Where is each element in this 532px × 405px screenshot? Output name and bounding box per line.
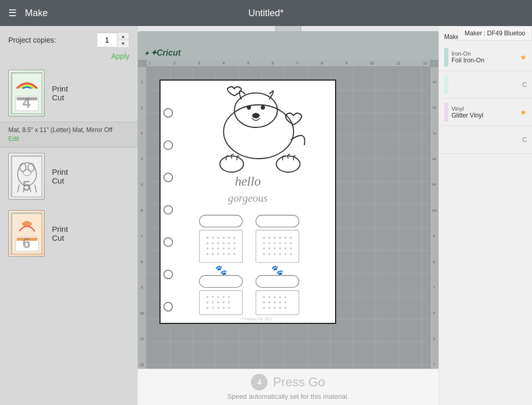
sidebar-item-5[interactable]: 5 Print Cut: [0, 148, 138, 205]
copies-decrement-button[interactable]: ▼: [117, 40, 129, 47]
sidebar-item-6[interactable]: 6 Print Cut: [0, 205, 138, 262]
svg-point-37: [217, 237, 219, 239]
svg-point-73: [273, 247, 275, 250]
mat-number-5: 5: [22, 178, 31, 194]
go-step-circle: 4: [251, 374, 268, 390]
mat-body: 123456789101112 1 2 3 4 5 6 7 8 9 10 11 …: [138, 60, 438, 385]
speed-label: Speed automatically set for this materia…: [227, 393, 349, 400]
svg-point-40: [233, 237, 235, 239]
cricut-mat: ✦Cricut 123456789101112 1 2 3 4 5 6: [138, 31, 438, 385]
mat-thumbnail-4: 4: [8, 70, 45, 116]
svg-point-20: [164, 270, 172, 279]
svg-text:🐾: 🐾: [215, 264, 227, 276]
copies-input[interactable]: [97, 33, 117, 47]
project-copies-label: Project copies:: [8, 36, 56, 44]
svg-point-61: [273, 237, 275, 239]
svg-point-82: [289, 253, 291, 255]
svg-point-17: [164, 173, 172, 182]
svg-point-69: [284, 242, 286, 244]
svg-rect-87: [199, 291, 242, 315]
svg-point-108: [284, 296, 286, 298]
svg-point-111: [273, 302, 275, 304]
copies-increment-button[interactable]: ▲: [117, 33, 129, 40]
copies-input-group: ▲ ▼: [97, 32, 129, 48]
ruler-left: 1 2 3 4 5 6 7 8 9 10 11 12: [138, 67, 147, 377]
svg-point-46: [233, 242, 235, 244]
svg-point-68: [279, 242, 281, 244]
material-type-vinyl: Glitter Vinyl: [451, 112, 517, 119]
svg-point-57: [228, 253, 230, 255]
svg-rect-85: [199, 276, 242, 288]
cricut-mat-header: ✦Cricut: [138, 31, 438, 60]
mat-edit-link[interactable]: Edit: [8, 135, 19, 142]
c-icon-4: C: [522, 136, 527, 143]
svg-point-25: [260, 106, 264, 110]
material-name-vinyl: Vinyl: [451, 106, 517, 112]
material-item-glitter-vinyl[interactable]: Vinyl Glitter Vinyl ★: [439, 99, 532, 126]
material-item-foil-iron-on[interactable]: Iron-On Foil Iron-On ★: [439, 44, 532, 71]
svg-point-26: [252, 113, 259, 118]
svg-point-47: [206, 247, 208, 250]
svg-point-101: [217, 307, 219, 309]
mat-inner-5: 5: [11, 155, 42, 197]
svg-point-41: [206, 242, 208, 244]
svg-point-16: [164, 141, 172, 150]
svg-rect-86: [256, 276, 299, 288]
svg-point-43: [217, 242, 219, 244]
svg-point-72: [268, 247, 270, 250]
svg-point-19: [164, 238, 172, 246]
svg-point-117: [279, 307, 281, 309]
svg-point-94: [206, 302, 208, 304]
svg-point-91: [217, 296, 219, 298]
svg-rect-34: [256, 230, 299, 263]
svg-point-56: [222, 253, 224, 255]
svg-point-93: [228, 296, 230, 298]
svg-point-100: [211, 307, 214, 309]
app-label: Make: [25, 8, 48, 19]
svg-point-75: [284, 247, 286, 250]
svg-point-74: [279, 247, 281, 250]
cricut-logo: ✦Cricut: [144, 48, 181, 58]
app-header: ☰ Make Untitled*: [0, 0, 532, 26]
svg-point-39: [228, 237, 230, 239]
svg-point-102: [222, 307, 224, 309]
svg-point-35: [206, 237, 208, 239]
material-info-glitter: Vinyl Glitter Vinyl: [451, 106, 517, 119]
svg-point-96: [217, 302, 219, 304]
material-item-4[interactable]: C: [439, 126, 532, 154]
item-6-label1: Print: [52, 225, 68, 233]
apply-btn-row: Apply: [0, 50, 138, 64]
material-item-2[interactable]: C: [439, 71, 532, 99]
sidebar-item-4[interactable]: 4 Print Cut: [0, 64, 138, 122]
svg-text:hello: hello: [235, 174, 261, 188]
material-name-foil: Iron-On: [451, 50, 517, 57]
press-go-section: 4 Press Go: [251, 374, 325, 390]
svg-point-71: [262, 247, 264, 250]
material-color-foil-iron-on: [444, 48, 448, 67]
svg-point-63: [284, 237, 286, 239]
svg-point-81: [284, 253, 286, 255]
mat-info-section: Mat, 8.5" x 11" (Letter) Mat, Mirror Off…: [0, 122, 138, 148]
apply-button[interactable]: Apply: [111, 52, 129, 60]
material-color-2: [444, 75, 448, 94]
svg-point-76: [289, 247, 291, 250]
svg-point-112: [279, 302, 281, 304]
bottom-bar: 4 Press Go Speed automatically set for t…: [138, 369, 438, 405]
svg-point-103: [228, 307, 230, 309]
svg-rect-31: [199, 215, 242, 227]
svg-text:🐾: 🐾: [271, 264, 284, 276]
mat-number-6: 6: [22, 235, 31, 252]
svg-point-18: [164, 205, 172, 214]
right-panel: Maker : DF49 Bluetoo Iron-On Foil Iron-O…: [438, 26, 532, 405]
menu-icon[interactable]: ☰: [8, 7, 17, 19]
svg-point-90: [211, 296, 214, 298]
c-icon-2: C: [522, 81, 527, 88]
mat-inner-6: 6: [11, 213, 42, 254]
main-layout: Project copies: ▲ ▼ Apply: [0, 26, 532, 405]
svg-point-80: [279, 253, 281, 255]
svg-point-66: [268, 242, 270, 244]
material-type-foil: Foil Iron-On: [451, 57, 517, 64]
item-5-label: Print Cut: [52, 167, 68, 185]
svg-point-52: [233, 247, 235, 250]
svg-point-118: [284, 307, 286, 309]
